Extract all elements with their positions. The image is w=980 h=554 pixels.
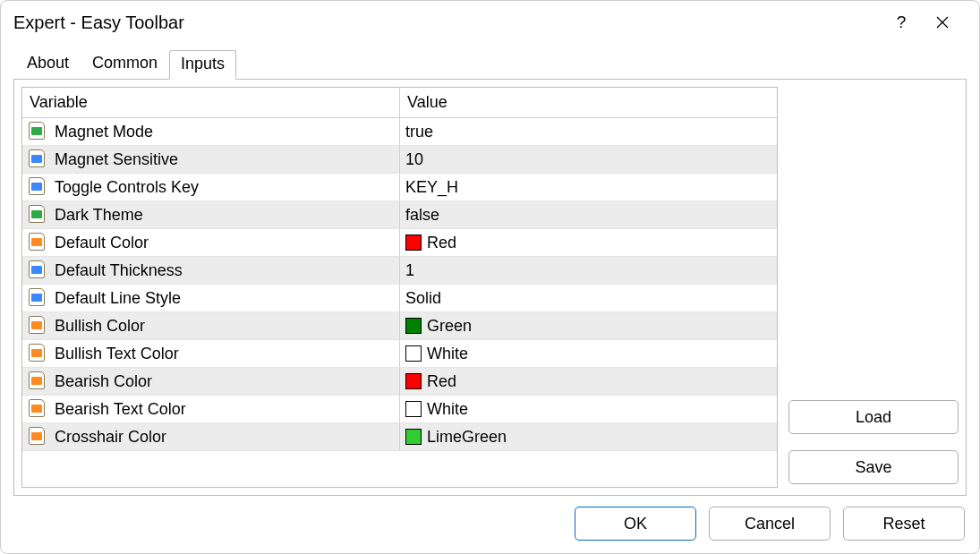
col-header-value[interactable]: Value — [400, 88, 778, 118]
color-param-icon — [28, 233, 46, 252]
table-row[interactable]: Bearish Text ColorWhite — [22, 396, 777, 423]
variable-name: Magnet Sensitive — [55, 150, 178, 169]
tab-inputs[interactable]: Inputs — [169, 50, 236, 80]
table-row[interactable]: Bullish Text ColorWhite — [22, 340, 777, 368]
variable-name: Default Color — [55, 234, 149, 252]
dialog-window: Expert - Easy Toolbar ? About Common Inp… — [0, 0, 980, 554]
help-button[interactable]: ? — [881, 8, 922, 37]
load-button[interactable]: Load — [788, 400, 959, 434]
color-swatch — [405, 234, 422, 251]
color-swatch — [405, 373, 422, 389]
ok-button[interactable]: OK — [575, 507, 696, 541]
variable-value: White — [427, 345, 468, 363]
table-row[interactable]: Bullish ColorGreen — [22, 312, 777, 340]
col-header-variable[interactable]: Variable — [22, 88, 400, 118]
color-swatch — [405, 429, 422, 445]
num-param-icon: 123 — [28, 288, 46, 308]
bool-param-icon — [28, 122, 46, 141]
dialog-title: Expert - Easy Toolbar — [13, 13, 881, 33]
table-row[interactable]: Magnet Modetrue — [22, 118, 777, 146]
color-swatch — [405, 401, 422, 417]
variable-value: false — [405, 206, 439, 225]
variable-name: Bearish Text Color — [55, 400, 186, 419]
variable-name: Crosshair Color — [55, 428, 166, 447]
close-button[interactable] — [922, 8, 963, 37]
cancel-button[interactable]: Cancel — [709, 507, 831, 541]
color-swatch — [405, 318, 422, 334]
variable-value: Solid — [405, 289, 441, 308]
variable-value: 10 — [405, 150, 423, 169]
variable-value: Red — [427, 372, 456, 391]
table-row[interactable]: 123Toggle Controls KeyKEY_H — [22, 174, 777, 201]
color-param-icon — [28, 316, 46, 336]
table-row[interactable]: 123Magnet Sensitive10 — [22, 146, 777, 174]
side-buttons: Load Save — [788, 87, 959, 488]
close-icon — [936, 16, 949, 29]
bool-param-icon — [28, 205, 46, 225]
titlebar: Expert - Easy Toolbar ? — [1, 1, 979, 44]
variable-name: Bullish Color — [55, 317, 145, 336]
variable-name: Toggle Controls Key — [55, 178, 199, 197]
table-row[interactable]: 123Default Line StyleSolid — [22, 285, 777, 312]
variable-value: White — [427, 400, 468, 419]
variable-name: Dark Theme — [55, 206, 143, 225]
tab-common[interactable]: Common — [81, 49, 169, 79]
variable-name: Magnet Mode — [55, 123, 153, 141]
variable-name: Bullish Text Color — [55, 345, 179, 363]
reset-button[interactable]: Reset — [843, 507, 965, 541]
client-area: About Common Inputs Variable Value Magne… — [1, 44, 979, 553]
variable-name: Bearish Color — [55, 372, 152, 391]
num-param-icon: 123 — [28, 149, 46, 169]
table-row[interactable]: Dark Themefalse — [22, 201, 777, 229]
table-row[interactable]: Crosshair ColorLimeGreen — [22, 423, 777, 451]
table-row[interactable]: Default ColorRed — [22, 229, 777, 257]
variable-name: Default Thickness — [55, 261, 183, 280]
save-button[interactable]: Save — [788, 450, 959, 484]
table-row[interactable]: Bearish ColorRed — [22, 368, 777, 396]
table-row[interactable]: 123Default Thickness1 — [22, 257, 777, 285]
num-param-icon: 123 — [28, 177, 46, 197]
tabbar: About Common Inputs — [13, 49, 967, 79]
variable-value: KEY_H — [405, 178, 458, 197]
variable-value: 1 — [405, 261, 414, 280]
variable-value: Red — [427, 234, 456, 252]
tab-about[interactable]: About — [15, 49, 81, 79]
color-param-icon — [28, 371, 46, 391]
color-swatch — [405, 345, 422, 362]
color-param-icon — [28, 427, 46, 447]
inputs-table: Variable Value Magnet Modetrue123Magnet … — [21, 87, 778, 488]
color-param-icon — [28, 399, 46, 419]
color-param-icon — [28, 344, 46, 363]
variable-value: Green — [427, 317, 472, 336]
num-param-icon: 123 — [28, 260, 46, 280]
tab-pane-inputs: Variable Value Magnet Modetrue123Magnet … — [13, 79, 967, 496]
dialog-buttonbar: OK Cancel Reset — [13, 496, 967, 541]
variable-value: true — [405, 123, 433, 141]
variable-value: LimeGreen — [427, 428, 507, 447]
variable-name: Default Line Style — [55, 289, 181, 308]
